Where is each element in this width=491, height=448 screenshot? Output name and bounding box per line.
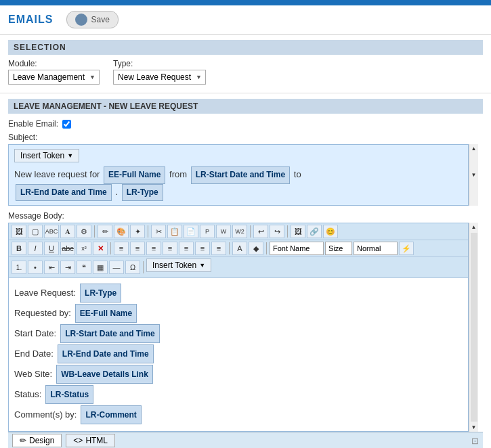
subject-to-text: to	[294, 169, 301, 179]
resize-handle-icon[interactable]: ⊡	[471, 436, 479, 446]
separator-8	[143, 261, 144, 273]
separator-4	[287, 225, 288, 238]
tb-underline-btn[interactable]: U	[44, 242, 59, 255]
tb-bgcolor-btn[interactable]: ◆	[249, 242, 263, 255]
tb-paste-btn[interactable]: 📄	[184, 225, 198, 238]
tb-undo-btn[interactable]: W2	[232, 225, 247, 238]
tb-font-btn[interactable]: 𝐀	[60, 225, 75, 238]
tb-alignleft-btn[interactable]: ≡	[114, 242, 129, 255]
separator-7	[266, 242, 267, 254]
field-label: Comment(s) by:	[14, 406, 77, 424]
tb-align6-btn[interactable]: ≡	[195, 242, 210, 255]
tb-cut-btn[interactable]: ✂	[151, 225, 166, 238]
code-icon: <>	[73, 436, 83, 445]
tb-pen-btn[interactable]: ✏	[98, 225, 112, 238]
scroll-down-icon[interactable]: ▼	[470, 423, 478, 432]
field-line: Leave Request: LR-Type	[14, 284, 463, 303]
tb-aligncenter-btn[interactable]: ≡	[130, 242, 145, 255]
subject-label: Subject:	[8, 133, 483, 142]
type-group: Type: New Leave Request	[113, 59, 206, 85]
tb-align7-btn[interactable]: ≡	[211, 242, 226, 255]
tb-align5-btn[interactable]: ≡	[179, 242, 194, 255]
message-body-label: Message Body:	[8, 211, 483, 221]
tb-hr-btn[interactable]: —	[109, 261, 124, 274]
tb-smiley-btn[interactable]: 😊	[323, 225, 338, 238]
tb-media-btn[interactable]: 🔗	[307, 225, 322, 238]
tb-undo2-btn[interactable]: ↩	[253, 225, 268, 238]
separator-2	[148, 225, 148, 238]
font-size-select[interactable]: Size	[325, 242, 352, 255]
field-label: Start Date:	[14, 325, 56, 342]
separator-3	[250, 225, 251, 238]
tb-bold-btn[interactable]: B	[12, 242, 26, 255]
subject-area: Insert Token ▼ New leave request for EE-…	[8, 144, 478, 206]
module-select-wrapper[interactable]: Leave Management	[8, 70, 100, 85]
field-token: LR-Comment	[81, 405, 141, 424]
html-tab[interactable]: <> HTML	[66, 434, 115, 447]
subject-content: New leave request for EE-Full Name from …	[14, 166, 463, 201]
tb-abc-btn[interactable]: ABC	[44, 225, 59, 238]
subject-box[interactable]: Insert Token ▼ New leave request for EE-…	[8, 144, 469, 206]
type-select[interactable]: New Leave Request	[113, 70, 206, 85]
separator-6	[229, 242, 230, 254]
tb-color-btn[interactable]: 🎨	[114, 225, 129, 238]
tb-highlight-btn[interactable]: ✦	[130, 225, 145, 238]
tb-italic-btn[interactable]: I	[28, 242, 43, 255]
editor-scrollbar[interactable]: ▲ ▼	[469, 223, 478, 432]
tb-redo-btn[interactable]: ↪	[270, 225, 284, 238]
field-line: Status: LR-Status	[14, 385, 463, 404]
pencil-icon: ✏	[20, 436, 26, 445]
font-style-select[interactable]: Normal	[354, 242, 398, 255]
field-label: Web Site:	[14, 365, 52, 383]
subject-scrollbar[interactable]: ▲ ▼	[469, 144, 478, 206]
tb-outdent-btn[interactable]: ⇤	[44, 261, 59, 274]
tb-img2-btn[interactable]: 🖼	[291, 225, 305, 238]
tb-table-btn[interactable]: ▦	[93, 261, 108, 274]
field-label: Status:	[14, 386, 41, 403]
scroll-track[interactable]	[471, 233, 477, 422]
editor-body[interactable]: Leave Request: LR-TypeRequested by: EE-F…	[9, 278, 468, 431]
tb-special-btn[interactable]: ⚡	[399, 242, 414, 255]
save-button[interactable]: Save	[66, 11, 118, 28]
dropdown-arrow-icon: ▼	[67, 152, 73, 159]
tb-unorderedlist-btn[interactable]: •	[28, 261, 43, 274]
subject-token-ee-fullname: EE-Full Name	[104, 166, 165, 184]
leave-header: LEAVE MANAGEMENT - NEW LEAVE REQUEST	[8, 99, 483, 114]
tb-pasteword-btn[interactable]: W	[216, 225, 231, 238]
tb-image-btn[interactable]: 🖼	[12, 225, 26, 238]
design-tab[interactable]: ✏ Design	[12, 434, 62, 447]
tb-strike-btn[interactable]: abc	[60, 242, 75, 255]
tb-alignjustify-btn[interactable]: ≡	[163, 242, 177, 255]
toolbar-row-1: 🖼 ▢ ABC 𝐀 ⚙ ✏ 🎨 ✦ ✂ 📋 📄 P W W2 ↩ ↪	[9, 223, 468, 240]
tb-super-btn[interactable]: x²	[77, 242, 91, 255]
subject-token-lr-type: LR-Type	[122, 184, 163, 202]
selection-section: SELECTION Module: Leave Management Type:…	[0, 35, 491, 93]
subject-token-lr-start: LR-Start Date and Time	[191, 166, 290, 184]
body-insert-token-button[interactable]: Insert Token ▼	[146, 259, 211, 272]
font-name-select[interactable]: Font Name	[270, 242, 324, 255]
insert-token-subject[interactable]: Insert Token ▼	[14, 149, 463, 166]
tb-orderedlist-btn[interactable]: 1.	[12, 261, 26, 274]
enable-email-checkbox[interactable]	[62, 120, 71, 129]
toolbar-row-2: B I U abc x² ✕ ≡ ≡ ≡ ≡ ≡ ≡ ≡ A ◆ Font Na…	[9, 240, 468, 257]
toolbar-row-3: 1. • ⇤ ⇥ ❝ ▦ — Ω Insert Token ▼	[9, 257, 468, 278]
tb-specialchar-btn[interactable]: Ω	[125, 261, 140, 274]
save-icon	[75, 14, 87, 26]
field-label: Leave Request:	[14, 284, 76, 302]
module-select[interactable]: Leave Management	[8, 70, 100, 85]
tb-box-btn[interactable]: ▢	[28, 225, 43, 238]
field-token: LR-Status	[45, 385, 93, 404]
tb-settings-btn[interactable]: ⚙	[77, 225, 91, 238]
type-select-wrapper[interactable]: New Leave Request	[113, 70, 206, 85]
subject-insert-token-button[interactable]: Insert Token ▼	[14, 149, 79, 162]
tb-pasteplain-btn[interactable]: P	[200, 225, 215, 238]
tb-remove-btn[interactable]: ✕	[93, 242, 108, 255]
tb-copy-btn[interactable]: 📋	[167, 225, 182, 238]
field-token: LR-End Date and Time	[58, 344, 154, 363]
tb-blockquote-btn[interactable]: ❝	[77, 261, 91, 274]
tb-alignright-btn[interactable]: ≡	[146, 242, 161, 255]
scroll-up-icon[interactable]: ▲	[470, 223, 478, 231]
type-label: Type:	[113, 59, 206, 68]
tb-indent-btn[interactable]: ⇥	[60, 261, 75, 274]
tb-fontcolor-btn[interactable]: A	[232, 242, 247, 255]
